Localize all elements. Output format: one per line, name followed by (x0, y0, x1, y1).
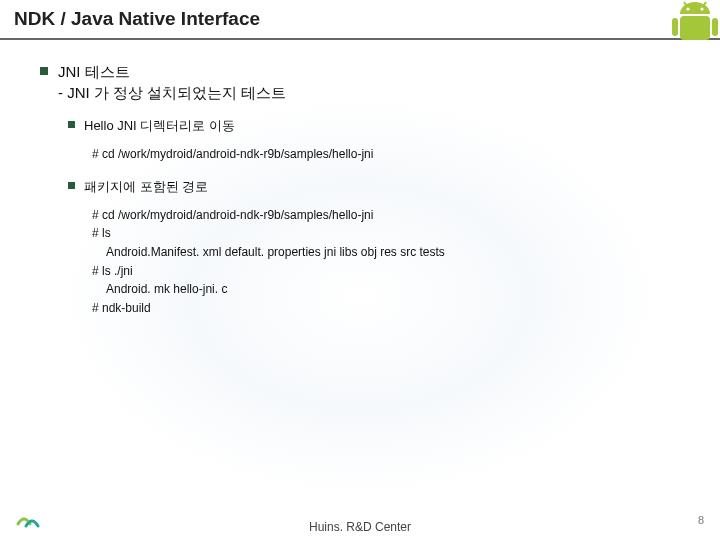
code-block-1: # cd /work/mydroid/android-ndk-r9b/sampl… (92, 145, 690, 164)
bullet2b-text: 패키지에 포함된 경로 (84, 178, 208, 196)
svg-rect-0 (680, 16, 710, 40)
slide-title: NDK / Java Native Interface (14, 8, 706, 30)
page-number: 8 (698, 514, 704, 526)
code-line: Android.Manifest. xml default. propertie… (92, 243, 690, 262)
android-icon (662, 0, 720, 40)
title-bar: NDK / Java Native Interface (0, 0, 720, 40)
svg-rect-2 (712, 18, 718, 36)
code-line: # cd /work/mydroid/android-ndk-r9b/sampl… (92, 145, 690, 164)
code-line: # ndk-build (92, 299, 690, 318)
svg-point-6 (700, 7, 703, 10)
svg-point-5 (686, 7, 689, 10)
footer-text: Huins. R&D Center (309, 520, 411, 534)
content-area: JNI 테스트 - JNI 가 정상 설치되었는지 테스트 Hello JNI … (0, 40, 720, 317)
code-block-2: # cd /work/mydroid/android-ndk-r9b/sampl… (92, 206, 690, 318)
footer: Huins. R&D Center 8 (0, 510, 720, 540)
code-line: # ls ./jni (92, 262, 690, 281)
bullet1-line2: - JNI 가 정상 설치되었는지 테스트 (40, 84, 690, 103)
code-line: # cd /work/mydroid/android-ndk-r9b/sampl… (92, 206, 690, 225)
code-line: # ls (92, 224, 690, 243)
bullet-square-icon (68, 182, 75, 189)
code-line: Android. mk hello-jni. c (92, 280, 690, 299)
bullet-square-icon (68, 121, 75, 128)
bullet2a-text: Hello JNI 디렉터리로 이동 (84, 117, 235, 135)
bullet-square-icon (40, 67, 48, 75)
slide: NDK / Java Native Interface JNI 테스트 (0, 0, 720, 540)
svg-rect-1 (672, 18, 678, 36)
bullet-level1: JNI 테스트 - JNI 가 정상 설치되었는지 테스트 (40, 62, 690, 103)
huins-logo-icon (14, 510, 44, 532)
bullet-level2-a: Hello JNI 디렉터리로 이동 (68, 117, 690, 135)
bullet1-line1: JNI 테스트 (58, 62, 130, 82)
bullet-level2-b: 패키지에 포함된 경로 (68, 178, 690, 196)
